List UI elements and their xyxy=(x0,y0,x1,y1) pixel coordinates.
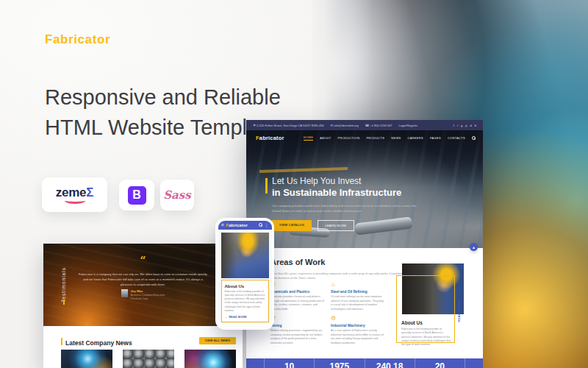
mobile-about-text: Fabricator is the leading provider of sp… xyxy=(225,290,265,314)
area-item-steel-oil: ♨ Steel and Oil Refining Oil and steel r… xyxy=(331,282,385,311)
headline-line-2: HTML Website Template xyxy=(45,113,281,143)
area-text: Modern mining processes, supported by ou… xyxy=(270,329,325,345)
area-text: As a core sphere of Fabricator's activit… xyxy=(331,329,385,345)
topbar-email-link[interactable]: ✉info@demolink.org xyxy=(331,124,359,127)
bootstrap-icon: B xyxy=(128,186,146,205)
area-link[interactable]: Mining xyxy=(270,324,325,328)
desktop-topbar: ⚑2-220 Fulton Street, San Diego CA 94117… xyxy=(246,120,483,130)
hamburger-menu-icon[interactable]: ≡ xyxy=(221,222,224,227)
stats-spacer xyxy=(465,358,483,368)
testimonial-author: Jay Wax Business Customer Executive Petr… xyxy=(43,289,243,302)
arrow-icon: → xyxy=(225,316,228,319)
facebook-icon[interactable]: f xyxy=(453,124,454,127)
area-text: Fabricator provides chemicals and plasti… xyxy=(270,295,325,311)
nav-item-careers[interactable]: CAREERS xyxy=(407,136,423,140)
desktop-site-logo[interactable]: Fabricator xyxy=(256,135,284,141)
refinery-icon: ♨ xyxy=(331,282,385,288)
author-meta: Jay Wax Business Customer Executive Petr… xyxy=(131,289,165,302)
stats-spacer xyxy=(246,358,264,368)
nav-item-products[interactable]: PRODUCTS xyxy=(366,136,384,140)
promo-headline: Responsive and Reliable HTML Website Tem… xyxy=(45,82,281,143)
nav-item-pages[interactable]: PAGES xyxy=(430,136,441,140)
nav-item-home[interactable]: HOME xyxy=(304,135,313,141)
view-catalog-button[interactable]: VIEW CATALOG xyxy=(272,220,312,231)
nav-item-contacts[interactable]: CONTACTS xyxy=(448,136,465,140)
brand-logo: Fabricator xyxy=(45,32,110,47)
scroll-top-button[interactable]: ▲ xyxy=(470,243,478,251)
news-thumb-metal-spheres[interactable] xyxy=(123,350,174,368)
topbar-phone-link[interactable]: ☎+1 800 1234 567 xyxy=(365,124,392,127)
mobile-worker-photo xyxy=(221,233,269,278)
mobile-read-more-link[interactable]: →READ MORE xyxy=(225,316,265,319)
area-link[interactable]: Industrial Machinery xyxy=(331,324,385,328)
testimonials-section: Testimonials “ Fabricator is a company t… xyxy=(43,244,243,326)
phone-icon: ☎ xyxy=(365,124,370,127)
news-thumb-welding[interactable] xyxy=(184,350,236,368)
nav-item-production[interactable]: PRODUCTION xyxy=(337,136,359,140)
location-icon: ⚑ xyxy=(253,124,256,127)
desktop-nav-menu: HOME ABOUT PRODUCTION PRODUCTS NEWS CARE… xyxy=(304,135,476,141)
stats-bar: 10 1975 240 18 20 xyxy=(246,358,483,368)
hero-title-line-2: in Sustainable Infrastructure xyxy=(272,187,423,198)
zemez-badge: zemeΣ xyxy=(42,177,107,212)
desktop-hero-section: Fabricator HOME ABOUT PRODUCTION PRODUCT… xyxy=(246,130,483,248)
pinterest-icon[interactable]: p xyxy=(465,124,467,127)
stat-counter: 10 xyxy=(264,358,314,368)
learn-more-button[interactable]: LEARN MORE xyxy=(318,220,354,231)
author-avatar xyxy=(121,289,128,297)
zemez-smile-icon xyxy=(65,197,85,204)
machinery-icon: ⚙ xyxy=(331,316,385,322)
search-icon[interactable] xyxy=(259,223,262,227)
hero-accent-bar xyxy=(265,178,268,194)
testimonial-quote: Fabricator is a company that we can rely… xyxy=(78,272,209,287)
mining-icon: ⚒ xyxy=(270,316,325,322)
kebab-menu-icon[interactable]: ⋮ xyxy=(265,223,269,227)
google-icon[interactable]: g xyxy=(461,124,462,127)
area-item-machinery: ⚙ Industrial Machinery As a core sphere … xyxy=(331,316,385,345)
nav-item-news[interactable]: NEWS xyxy=(391,136,401,140)
area-link[interactable]: Steel and Oil Refining xyxy=(331,290,385,294)
secondary-site-screenshot: Testimonials “ Fabricator is a company t… xyxy=(43,244,243,368)
nav-item-about[interactable]: ABOUT xyxy=(320,136,331,140)
topbar-login-link[interactable]: Login/Register xyxy=(399,124,418,127)
mobile-site-logo[interactable]: Fabricator xyxy=(226,223,248,227)
topbar-social-icons: f t g p d b xyxy=(453,124,476,127)
headline-line-1: Responsive and Reliable xyxy=(45,82,281,113)
hero-title-line-1: Let Us Help You Invest xyxy=(272,176,423,186)
zemez-logo: zemeΣ xyxy=(56,186,94,199)
phone-screen: ≡ Fabricator ⋮ About Us Fabricator is th… xyxy=(218,221,272,325)
news-thumb-plasma-cutting[interactable] xyxy=(61,350,112,368)
areas-of-work-section: ▲ Areas of Work More than 30+ years' exp… xyxy=(246,248,483,358)
hero-description: Our company provides world-class fabrica… xyxy=(272,203,423,213)
chemicals-icon: ⚗ xyxy=(270,282,325,288)
news-thumbnails xyxy=(61,350,236,368)
area-text: Oil and steel refining can be most impor… xyxy=(331,295,385,311)
about-text: Fabricator is the leading provider of sp… xyxy=(401,328,451,347)
stat-counter: 240 18 xyxy=(365,358,415,368)
area-link[interactable]: Chemicals and Plastics xyxy=(270,290,325,294)
topbar-address: ⚑2-220 Fulton Street, San Diego CA 94117… xyxy=(253,124,324,127)
mobile-about-title: About Us xyxy=(225,284,265,289)
read-more-vertical-link[interactable]: READ MORE xyxy=(458,301,461,322)
latest-news-section: Latest Company News VIEW ALL NEWS xyxy=(43,326,243,368)
mobile-header-actions: ⋮ xyxy=(259,223,269,227)
news-accent-bar xyxy=(61,338,62,345)
area-item-mining: ⚒ Mining Modern mining processes, suppor… xyxy=(270,316,325,345)
crane-beam-decoration xyxy=(259,167,348,173)
about-card-body: About Us Fabricator is the leading provi… xyxy=(401,320,451,347)
areas-title: Areas of Work xyxy=(270,258,325,266)
behance-icon[interactable]: b xyxy=(475,124,476,127)
sass-icon: Sass xyxy=(163,188,190,202)
twitter-icon[interactable]: t xyxy=(457,124,458,127)
view-all-news-button[interactable]: VIEW ALL NEWS xyxy=(199,337,236,344)
stat-counter: 20 xyxy=(415,358,465,368)
desktop-navbar: Fabricator HOME ABOUT PRODUCTION PRODUCT… xyxy=(256,135,476,141)
phone-mockup: ≡ Fabricator ⋮ About Us Fabricator is th… xyxy=(215,218,274,330)
author-role: Business Customer Executive Petrolium Co… xyxy=(131,294,165,302)
mobile-about-card: About Us Fabricator is the leading provi… xyxy=(221,280,269,323)
area-item-chemicals: ⚗ Chemicals and Plastics Fabricator prov… xyxy=(270,282,325,311)
search-icon[interactable] xyxy=(472,136,476,140)
quote-icon: “ xyxy=(43,255,243,266)
dribbble-icon[interactable]: d xyxy=(470,124,472,127)
news-title: Latest Company News xyxy=(65,339,132,347)
